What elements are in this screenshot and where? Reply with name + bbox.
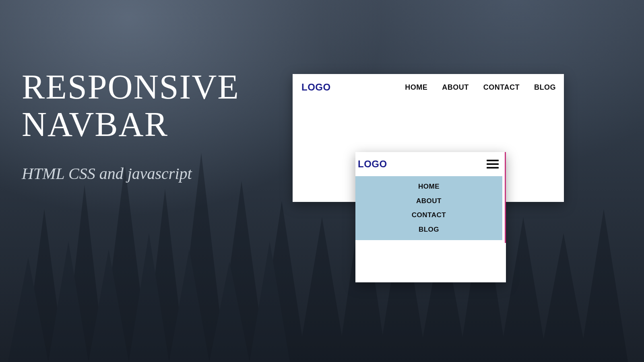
mobile-dropdown-menu: HOME ABOUT CONTACT BLOG <box>355 176 502 240</box>
desktop-nav-links: HOME ABOUT CONTACT BLOG <box>405 83 556 92</box>
mobile-link-about[interactable]: ABOUT <box>416 197 442 205</box>
desktop-logo[interactable]: LOGO <box>301 82 331 93</box>
mobile-logo[interactable]: LOGO <box>358 158 387 170</box>
nav-link-blog[interactable]: BLOG <box>534 83 556 92</box>
svg-marker-16 <box>48 241 89 362</box>
svg-marker-20 <box>209 261 250 362</box>
nav-link-about[interactable]: ABOUT <box>442 83 469 92</box>
hero-title-line-1: RESPONSIVE <box>22 68 239 106</box>
svg-marker-15 <box>8 257 48 362</box>
desktop-navbar: LOGO HOME ABOUT CONTACT BLOG <box>293 74 564 101</box>
svg-marker-1 <box>64 185 105 362</box>
svg-marker-2 <box>101 165 149 362</box>
svg-marker-18 <box>129 233 169 362</box>
svg-marker-3 <box>145 189 185 362</box>
svg-marker-4 <box>177 153 225 362</box>
hamburger-icon[interactable] <box>487 160 499 169</box>
mobile-link-home[interactable]: HOME <box>418 183 440 191</box>
svg-marker-6 <box>258 201 306 362</box>
svg-marker-12 <box>499 217 547 362</box>
svg-marker-14 <box>580 209 628 362</box>
nav-link-home[interactable]: HOME <box>405 83 427 92</box>
svg-marker-0 <box>24 209 64 362</box>
slide-stage: RESPONSIVE NAVBAR HTML CSS and javascrip… <box>0 0 644 362</box>
mobile-preview-panel: LOGO HOME ABOUT CONTACT BLOG <box>355 152 506 282</box>
hero-title-line-2: NAVBAR <box>22 106 239 143</box>
svg-marker-7 <box>298 217 346 362</box>
svg-marker-21 <box>250 241 290 362</box>
mobile-link-blog[interactable]: BLOG <box>419 226 439 234</box>
svg-marker-19 <box>169 249 209 362</box>
hero-text: RESPONSIVE NAVBAR HTML CSS and javascrip… <box>22 68 239 183</box>
hero-subtitle: HTML CSS and javascript <box>22 164 239 183</box>
nav-link-contact[interactable]: CONTACT <box>483 83 520 92</box>
svg-marker-13 <box>539 233 588 362</box>
svg-marker-5 <box>217 181 266 362</box>
svg-marker-17 <box>89 249 129 362</box>
mobile-link-contact[interactable]: CONTACT <box>412 211 446 219</box>
mobile-navbar-header: LOGO <box>355 152 506 176</box>
